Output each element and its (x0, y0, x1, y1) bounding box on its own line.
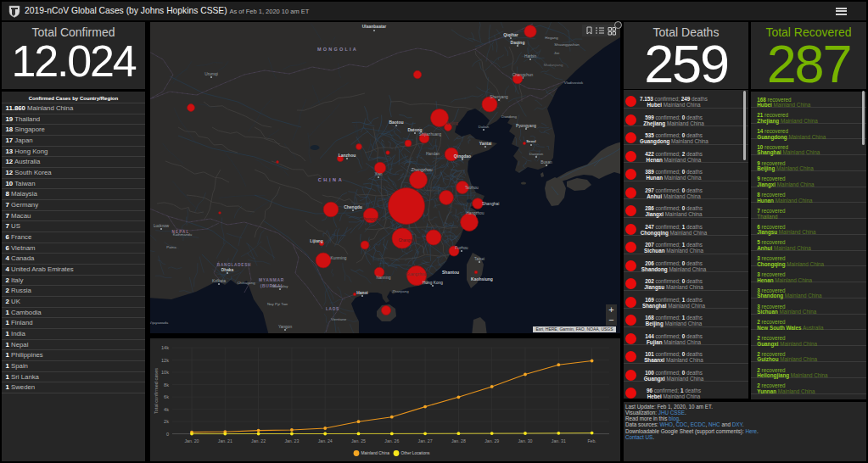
svg-text:Daqing: Daqing (511, 40, 525, 45)
svg-text:Taipei: Taipei (474, 257, 484, 261)
svg-text:Xian: Xian (374, 172, 383, 176)
svg-text:Harbin: Harbin (524, 54, 536, 59)
svg-text:8k: 8k (164, 382, 169, 388)
svg-text:Kathmandu: Kathmandu (173, 232, 193, 237)
svg-text:Nanning: Nanning (376, 276, 391, 280)
svg-text:Pyongyang: Pyongyang (516, 124, 536, 128)
svg-text:Seoul: Seoul (526, 139, 535, 143)
svg-text:Hangzhou: Hangzhou (467, 211, 484, 215)
svg-text:Yangon: Yangon (278, 325, 293, 329)
svg-text:Zhanjiang: Zhanjiang (392, 289, 409, 293)
svg-text:Changsha: Changsha (399, 238, 417, 243)
svg-text:Fuzhou: Fuzhou (455, 246, 468, 250)
svg-text:Changchun: Changchun (512, 73, 534, 77)
svg-text:Hanoi: Hanoi (356, 291, 367, 295)
svg-text:12k: 12k (161, 358, 169, 363)
svg-text:MONGOLIA: MONGOLIA (317, 47, 358, 52)
svg-text:Jan. 30: Jan. 30 (518, 438, 532, 443)
svg-text:Shantou: Shantou (442, 270, 459, 275)
svg-text:Hegang: Hegang (545, 36, 558, 40)
svg-text:Beijing: Beijing (446, 121, 458, 126)
svg-text:Handan: Handan (426, 152, 440, 156)
svg-text:Chongqing: Chongqing (361, 217, 381, 221)
svg-text:Kunming: Kunming (331, 256, 347, 260)
svg-text:6k: 6k (164, 394, 169, 399)
svg-text:Vladivostok: Vladivostok (564, 81, 584, 85)
svg-text:Yantai: Yantai (479, 141, 492, 146)
svg-text:Jan. 20: Jan. 20 (184, 438, 199, 443)
svg-text:Chengdu: Chengdu (344, 204, 362, 209)
svg-text:Jan. 31: Jan. 31 (552, 438, 566, 443)
svg-text:Patna: Patna (166, 245, 176, 249)
svg-text:Mainland China: Mainland China (361, 451, 390, 455)
svg-text:Shanghai: Shanghai (482, 202, 499, 206)
svg-text:0: 0 (166, 432, 169, 437)
svg-text:Qiqihar: Qiqihar (503, 32, 518, 37)
svg-text:Nay Pyi Taw: Nay Pyi Taw (267, 302, 288, 306)
svg-text:Lijiang: Lijiang (310, 239, 323, 243)
svg-text:Jan. 26: Jan. 26 (384, 438, 399, 443)
svg-text:Jixi: Jixi (554, 51, 559, 55)
svg-text:Lanzhou: Lanzhou (339, 153, 356, 158)
svg-text:Kolkata: Kolkata (212, 279, 226, 283)
svg-text:Baotou: Baotou (389, 120, 403, 125)
svg-text:Taizhou: Taizhou (465, 186, 479, 190)
svg-text:CHINA: CHINA (318, 177, 344, 182)
svg-text:Vientiane: Vientiane (331, 317, 347, 321)
svg-text:10k: 10k (161, 370, 169, 375)
svg-text:LAOS: LAOS (326, 307, 339, 311)
svg-text:Other Locations: Other Locations (401, 451, 430, 455)
svg-text:Jan. 29: Jan. 29 (484, 438, 499, 443)
svg-text:Mudanjiang: Mudanjiang (544, 63, 563, 67)
svg-text:Busan: Busan (540, 160, 552, 165)
svg-text:Feb.: Feb. (587, 438, 596, 443)
svg-text:BANGLADESH: BANGLADESH (217, 263, 251, 267)
svg-text:Urumqi: Urumqi (204, 72, 217, 76)
svg-text:Chittagong: Chittagong (237, 281, 255, 285)
svg-text:MYANMAR: MYANMAR (259, 278, 284, 282)
svg-text:Kaohsiung: Kaohsiung (471, 276, 493, 282)
svg-text:4k: 4k (164, 407, 169, 412)
svg-text:Total confirmed cases: Total confirmed cases (154, 368, 159, 414)
svg-text:Shenyang: Shenyang (490, 95, 508, 99)
svg-text:Daejeon: Daejeon (529, 152, 544, 156)
svg-text:Ulaanbaatar: Ulaanbaatar (362, 24, 387, 29)
svg-text:Hong Kong: Hong Kong (423, 281, 443, 285)
svg-text:Guangzhou: Guangzhou (406, 272, 426, 276)
svg-text:Dandong: Dandong (501, 114, 517, 119)
svg-text:Jan. 22: Jan. 22 (251, 438, 266, 443)
svg-text:Shijiazhuang: Shijiazhuang (419, 132, 442, 137)
svg-text:Shuangyashan: Shuangyashan (554, 42, 580, 47)
svg-text:Zhengzhou: Zhengzhou (411, 167, 432, 172)
svg-text:Vijayawada: Vijayawada (150, 321, 169, 325)
svg-text:Jan. 23: Jan. 23 (284, 438, 299, 443)
svg-text:Dhaka: Dhaka (221, 268, 234, 272)
svg-text:Dalian: Dalian (479, 125, 490, 129)
svg-text:Mandalay: Mandalay (272, 284, 288, 288)
svg-text:14k: 14k (161, 345, 169, 350)
svg-text:Jan. 24: Jan. 24 (318, 438, 333, 443)
svg-text:Lucknow: Lucknow (154, 224, 170, 228)
svg-text:Jan. 28: Jan. 28 (451, 438, 466, 443)
svg-text:Jan. 27: Jan. 27 (418, 438, 433, 443)
svg-text:2k: 2k (164, 419, 169, 424)
svg-text:Jan. 25: Jan. 25 (351, 438, 366, 443)
svg-text:Qingdao: Qingdao (454, 153, 471, 159)
svg-text:Jan. 21: Jan. 21 (218, 438, 232, 443)
